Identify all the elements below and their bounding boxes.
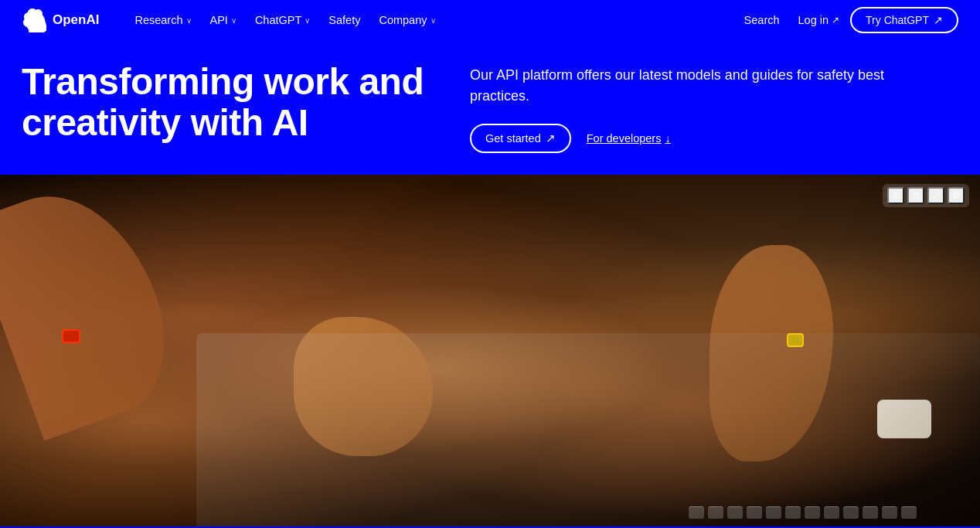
search-button[interactable]: Search bbox=[737, 9, 788, 31]
hero-buttons: Get started ↗ For developers ↓ bbox=[470, 124, 958, 153]
arrow-down-icon: ↓ bbox=[665, 132, 670, 145]
try-chatgpt-button[interactable]: Try ChatGPT ↗ bbox=[850, 7, 958, 33]
key bbox=[901, 506, 917, 519]
nav-actions: Search Log in ↗ Try ChatGPT ↗ bbox=[737, 7, 958, 33]
login-button[interactable]: Log in ↗ bbox=[791, 9, 848, 31]
hero-right: Our API platform offers our latest model… bbox=[470, 62, 958, 153]
key bbox=[785, 506, 801, 519]
hero-section: Transforming work and creativity with AI… bbox=[0, 40, 980, 175]
nav-link-api[interactable]: API ∨ bbox=[202, 9, 244, 31]
nav-links: Research ∨ API ∨ ChatGPT ∨ Safety Compan… bbox=[127, 9, 736, 31]
key bbox=[727, 506, 743, 519]
key bbox=[863, 506, 878, 519]
hero-left: Transforming work and creativity with AI bbox=[22, 62, 439, 144]
key bbox=[882, 506, 897, 519]
arrow-icon: ↗ bbox=[934, 14, 943, 26]
image-tool-expand[interactable]: ⤢ bbox=[927, 187, 944, 204]
for-developers-button[interactable]: For developers ↓ bbox=[587, 132, 671, 145]
hero-image bbox=[0, 175, 980, 526]
nav-link-safety[interactable]: Safety bbox=[321, 9, 368, 31]
key bbox=[824, 506, 839, 519]
image-toolbar: ⊞ ⧉ ⤢ ⚙ bbox=[883, 184, 969, 207]
hero-title: Transforming work and creativity with AI bbox=[22, 62, 439, 144]
chevron-down-icon: ∨ bbox=[186, 16, 192, 25]
red-watch bbox=[62, 329, 80, 343]
nav-link-research[interactable]: Research ∨ bbox=[127, 9, 199, 31]
chevron-down-icon: ∨ bbox=[430, 16, 436, 25]
brand-name: OpenAI bbox=[53, 12, 99, 28]
image-tool-grid[interactable]: ⊞ bbox=[887, 187, 904, 204]
key bbox=[766, 506, 781, 519]
get-started-button[interactable]: Get started ↗ bbox=[470, 124, 571, 153]
nav-link-company[interactable]: Company ∨ bbox=[371, 9, 443, 31]
key bbox=[747, 506, 762, 519]
nav-link-chatgpt[interactable]: ChatGPT ∨ bbox=[247, 9, 318, 31]
external-link-icon: ↗ bbox=[832, 15, 839, 26]
laptop-area bbox=[196, 333, 980, 526]
image-tool-copy[interactable]: ⧉ bbox=[907, 187, 924, 204]
chevron-down-icon: ∨ bbox=[231, 16, 236, 25]
arrow-icon: ↗ bbox=[546, 132, 556, 145]
key bbox=[708, 506, 723, 519]
hero-description: Our API platform offers our latest model… bbox=[470, 65, 903, 107]
logo[interactable]: OpenAI bbox=[22, 8, 99, 32]
key bbox=[843, 506, 859, 519]
hero-image-container: ⊞ ⧉ ⤢ ⚙ bbox=[0, 175, 980, 526]
navbar: OpenAI Research ∨ API ∨ ChatGPT ∨ Safety… bbox=[0, 0, 980, 40]
image-tool-settings[interactable]: ⚙ bbox=[948, 187, 965, 204]
chevron-down-icon: ∨ bbox=[305, 16, 310, 25]
keyboard-hint bbox=[689, 506, 918, 519]
openai-logo-icon bbox=[22, 8, 46, 32]
key bbox=[689, 506, 704, 519]
key bbox=[805, 506, 820, 519]
